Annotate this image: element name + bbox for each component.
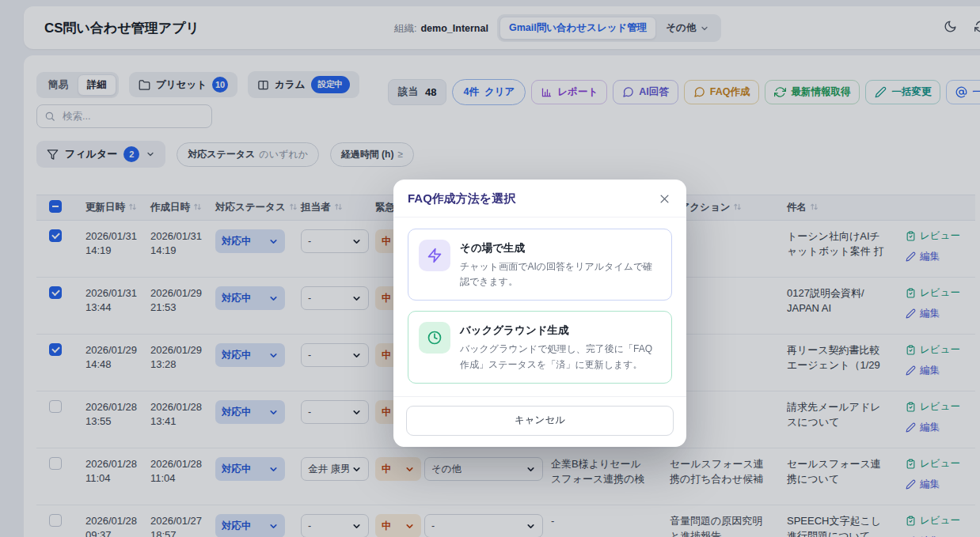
option-title: バックグラウンド生成 xyxy=(460,323,661,338)
modal-footer: キャンセル xyxy=(393,396,686,447)
modal-header: FAQ作成方法を選択 xyxy=(393,180,686,217)
clock-icon xyxy=(419,322,450,354)
option-generate-background[interactable]: バックグラウンド生成 バックグラウンドで処理し、完了後に「FAQ作成」ステータス… xyxy=(408,311,672,383)
option-generate-now[interactable]: その場で生成 チャット画面でAIの回答をリアルタイムで確認できます。 xyxy=(408,229,672,301)
modal-close-button[interactable] xyxy=(657,191,672,206)
modal-title: FAQ作成方法を選択 xyxy=(408,191,515,206)
faq-method-modal: FAQ作成方法を選択 その場で生成 チャット画面でAIの回答をリアルタイムで確認… xyxy=(393,180,686,447)
cancel-button[interactable]: キャンセル xyxy=(406,406,674,436)
option-desc: バックグラウンドで処理し、完了後に「FAQ作成」ステータスを「済」に更新します。 xyxy=(460,342,661,372)
option-desc: チャット画面でAIの回答をリアルタイムで確認できます。 xyxy=(460,259,661,289)
option-title: その場で生成 xyxy=(460,241,661,255)
modal-body: その場で生成 チャット画面でAIの回答をリアルタイムで確認できます。 バックグラ… xyxy=(393,217,686,396)
x-icon xyxy=(659,193,670,205)
bolt-icon xyxy=(419,240,450,271)
